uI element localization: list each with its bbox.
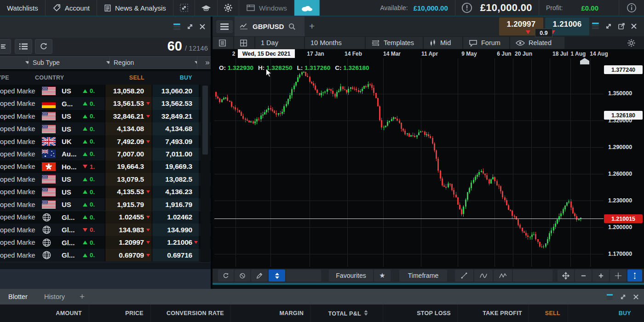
panel-menu-icon[interactable] bbox=[592, 22, 600, 29]
sell-price-cell[interactable]: 13,561.53 bbox=[105, 97, 152, 109]
column-header-price[interactable]: PRICE bbox=[125, 310, 144, 316]
tab-blotter[interactable]: Blotter bbox=[0, 293, 36, 300]
candlestick-chart[interactable] bbox=[214, 58, 604, 267]
layout-grid-button[interactable] bbox=[234, 37, 254, 49]
settings-button[interactable] bbox=[218, 0, 239, 16]
pattern-tool-button[interactable] bbox=[494, 270, 512, 282]
info-button[interactable] bbox=[619, 3, 644, 13]
panel-menu-icon[interactable] bbox=[606, 293, 614, 300]
draw-button[interactable] bbox=[251, 270, 268, 282]
watchlist-scrollbar[interactable] bbox=[201, 85, 210, 262]
popout-panel-icon[interactable] bbox=[617, 22, 626, 30]
watchlist-row[interactable]: oped MarkeUS0.1,915.791,916.79 bbox=[0, 198, 211, 211]
sell-price-cell[interactable]: 1.02455 bbox=[105, 211, 152, 224]
buy-price-cell[interactable]: 13,082.5 bbox=[152, 173, 199, 185]
expand-panel-icon[interactable] bbox=[619, 293, 627, 301]
sell-price-cell[interactable]: 134.983 bbox=[105, 224, 152, 236]
sell-price-cell[interactable]: 4,134.08 bbox=[105, 122, 152, 135]
windows-menu-button[interactable]: Windows bbox=[239, 0, 294, 16]
favourite-star-button[interactable] bbox=[374, 270, 391, 282]
sell-price-cell[interactable]: 13,079.5 bbox=[105, 173, 152, 185]
buy-price-cell[interactable]: 1,916.79 bbox=[152, 198, 199, 211]
sell-price-cell[interactable]: 0.69709 bbox=[105, 249, 152, 261]
empty-tool-button[interactable] bbox=[286, 270, 321, 282]
collapse-columns-button[interactable] bbox=[0, 39, 11, 54]
tab-history[interactable]: History bbox=[36, 293, 73, 300]
crosshair-button[interactable] bbox=[610, 270, 627, 282]
sell-price-cell[interactable]: 1.20997 bbox=[105, 236, 152, 248]
column-header-country[interactable]: COUNTRY bbox=[35, 75, 64, 81]
column-header-buy[interactable]: BUY bbox=[619, 310, 631, 316]
chart-settings-button[interactable] bbox=[621, 37, 644, 49]
empty-tool-button[interactable] bbox=[513, 270, 552, 282]
watchlist-row[interactable]: oped MarkeUS0.4,135.534,136.23 bbox=[0, 186, 211, 199]
watchlist-row[interactable]: oped MarkeGl...0.1.024551.02462 bbox=[0, 211, 211, 224]
region-filter-dropdown[interactable]: Region bbox=[109, 56, 203, 69]
buy-price-cell[interactable]: 13,060.20 bbox=[152, 85, 199, 97]
detach-layout-button[interactable] bbox=[173, 0, 195, 16]
zoom-out-button[interactable] bbox=[575, 270, 592, 282]
cloud-tab-button[interactable] bbox=[294, 0, 320, 16]
buy-price-cell[interactable]: 4,134.68 bbox=[152, 122, 199, 135]
education-button[interactable] bbox=[195, 0, 218, 16]
order-panel-button[interactable] bbox=[213, 37, 233, 49]
watchlists-menu-button[interactable]: Watchlists bbox=[0, 0, 46, 16]
close-panel-icon[interactable] bbox=[632, 293, 639, 300]
watchlist-row[interactable]: oped MarkeGl...0.134.983134.990 bbox=[0, 224, 211, 236]
watchlist-row[interactable]: oped MarkeAu...0.7,007.007,011.00 bbox=[0, 148, 211, 161]
watchlist-row[interactable]: oped MarkeUK0.7,492.097,493.09 bbox=[0, 135, 211, 148]
buy-price-cell[interactable]: 134.990 bbox=[152, 224, 199, 236]
column-header-sell[interactable]: SELL bbox=[545, 310, 560, 316]
watchlist-row[interactable]: oped MarkeUS0.13,079.513,082.5 bbox=[0, 173, 211, 186]
column-header-buy[interactable]: BUY bbox=[152, 75, 192, 81]
sell-price-cell[interactable]: 7,007.00 bbox=[105, 148, 152, 160]
account-menu-button[interactable]: Account bbox=[46, 0, 97, 16]
watchlist-row[interactable]: oped MarkeGl...0.1.209971.21006 bbox=[0, 236, 211, 249]
refresh-button[interactable] bbox=[35, 39, 52, 54]
favourites-button[interactable]: Favourites bbox=[329, 270, 373, 282]
account-alert-button[interactable] bbox=[455, 2, 478, 13]
trendline-tool-button[interactable] bbox=[455, 270, 473, 282]
news-analysis-menu-button[interactable]: News & Analysis bbox=[97, 0, 173, 16]
forum-button[interactable]: Forum bbox=[463, 37, 509, 49]
sort-order-button[interactable] bbox=[269, 270, 285, 282]
sell-price-cell[interactable]: 4,135.53 bbox=[105, 186, 152, 198]
close-panel-icon[interactable] bbox=[630, 23, 638, 30]
watchlist-row[interactable]: oped MarkeUS0.32,846.2132,849.21 bbox=[0, 110, 211, 123]
panel-menu-icon[interactable] bbox=[173, 23, 181, 30]
search-icon[interactable] bbox=[288, 23, 296, 30]
scrollbar-thumb[interactable] bbox=[202, 86, 208, 155]
buy-price-cell[interactable]: 1.02462 bbox=[152, 211, 199, 224]
reset-chart-button[interactable] bbox=[218, 270, 234, 282]
zoom-in-button[interactable] bbox=[592, 270, 609, 282]
buy-price-cell[interactable]: 32,849.21 bbox=[152, 110, 199, 122]
pan-chart-button[interactable] bbox=[558, 270, 574, 282]
interval-button[interactable]: 1 Day bbox=[255, 37, 304, 49]
buy-price-cell[interactable]: 7,011.00 bbox=[152, 148, 199, 160]
column-header-conversion-rate[interactable]: CONVERSION RATE bbox=[167, 310, 224, 316]
column-header-margin[interactable]: MARGIN bbox=[280, 310, 304, 316]
chart-plot-region[interactable]: 217 Jan14 Feb14 Mar11 Apr9 May6 Jun20 Ju… bbox=[213, 49, 644, 283]
column-header-amount[interactable]: AMOUNT bbox=[56, 310, 82, 316]
expand-panel-icon[interactable] bbox=[186, 23, 194, 31]
column-header-sell[interactable]: SELL bbox=[105, 75, 144, 81]
curve-tool-button[interactable] bbox=[474, 270, 493, 282]
buy-price-cell[interactable]: 1.21006 bbox=[152, 236, 199, 248]
sub-type-filter-dropdown[interactable]: Sub Type bbox=[29, 56, 115, 69]
watchlist-row[interactable]: oped MarkeUS0.4,134.084,134.68 bbox=[0, 122, 211, 135]
timeframe-button[interactable]: Timeframe bbox=[399, 270, 447, 282]
sell-price-cell[interactable]: 13,058.20 bbox=[105, 85, 152, 97]
column-header-total-p-l[interactable]: TOTAL P&L bbox=[328, 310, 368, 317]
range-button[interactable]: 10 Months bbox=[305, 37, 365, 49]
column-header-type[interactable]: TYPE bbox=[0, 75, 9, 81]
close-panel-icon[interactable] bbox=[199, 23, 206, 30]
buy-price-cell[interactable]: 19,669.3 bbox=[152, 161, 199, 173]
buy-price-cell[interactable]: 4,136.23 bbox=[152, 186, 199, 198]
buy-price-cell[interactable]: 0.69716 bbox=[152, 249, 199, 261]
fit-vertical-button[interactable] bbox=[627, 270, 642, 282]
sell-price-cell[interactable]: 19,664.3 bbox=[105, 161, 152, 173]
disable-drawing-button[interactable] bbox=[235, 270, 250, 282]
tab-gbpusd[interactable]: GBP/USD bbox=[235, 17, 305, 36]
list-view-button[interactable] bbox=[15, 39, 32, 54]
buy-price-cell[interactable]: 13,562.53 bbox=[152, 97, 199, 109]
